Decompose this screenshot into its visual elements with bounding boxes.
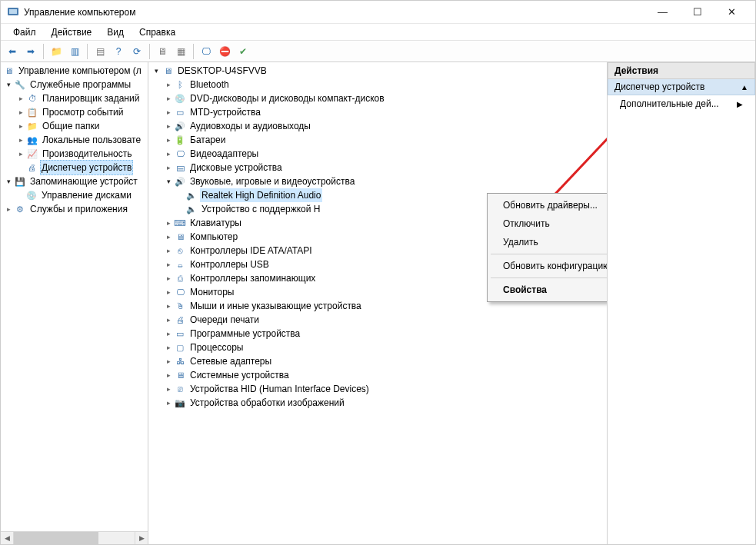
disk-icon: 🖴 <box>174 161 186 174</box>
scroll-left-button[interactable]: ◀ <box>1 532 14 545</box>
tree-label: Процессоры <box>188 341 245 354</box>
caret-right-icon[interactable]: ▸ <box>164 371 173 380</box>
caret-right-icon[interactable]: ▸ <box>164 329 173 338</box>
device-category[interactable]: ▸💿DVD-дисководы и дисководы компакт-диск… <box>148 91 607 105</box>
caret-right-icon[interactable]: ▸ <box>164 260 173 269</box>
tree-item[interactable]: ▸👥Локальные пользовате <box>1 133 148 147</box>
tree-item[interactable]: 💿Управление дисками <box>1 188 148 202</box>
caret-right-icon[interactable]: ▸ <box>164 232 173 241</box>
device-category[interactable]: ▸🔊Аудиовходы и аудиовыходы <box>148 119 607 133</box>
menu-file[interactable]: Файл <box>5 25 44 39</box>
tree-item-services[interactable]: ▸⚙Службы и приложения <box>1 202 148 216</box>
chevron-right-icon: ▶ <box>737 100 743 108</box>
caret-right-icon[interactable]: ▸ <box>16 149 25 158</box>
ctx-update-drivers[interactable]: Обновить драйверы... <box>489 196 608 214</box>
view-button[interactable]: ▦ <box>172 43 189 60</box>
caret-right-icon[interactable]: ▸ <box>164 163 173 172</box>
tree-item[interactable]: ▸📈Производительность <box>1 147 148 161</box>
caret-right-icon[interactable]: ▸ <box>164 343 173 352</box>
caret-down-icon[interactable]: ▾ <box>164 177 173 186</box>
tool-b-button[interactable]: ⛔ <box>216 43 233 60</box>
caret-right-icon[interactable]: ▸ <box>4 204 13 214</box>
menu-help[interactable]: Справка <box>132 25 183 39</box>
tree-item[interactable]: ▸📋Просмотр событий <box>1 105 148 119</box>
device-category[interactable]: ▸🖧Сетевые адаптеры <box>148 354 607 368</box>
caret-right-icon[interactable]: ▸ <box>164 121 173 131</box>
caret-right-icon[interactable]: ▸ <box>164 108 173 117</box>
menu-action[interactable]: Действие <box>44 25 100 39</box>
device-category[interactable]: ▸▢Процессоры <box>148 341 607 354</box>
help-button[interactable]: ? <box>110 43 127 60</box>
refresh-button[interactable]: ⟳ <box>128 43 145 60</box>
menu-view[interactable]: Вид <box>99 25 132 39</box>
device-category[interactable]: ▸🔋Батареи <box>148 133 607 147</box>
caret-down-icon[interactable]: ▾ <box>152 66 161 75</box>
speaker-icon: 🔈 <box>185 189 198 201</box>
caret-right-icon[interactable]: ▸ <box>16 108 25 117</box>
tree-label: Диспетчер устройств <box>40 160 133 175</box>
tree-label: Контроллеры USB <box>188 258 271 271</box>
device-category[interactable]: ▸▭Программные устройства <box>148 327 607 341</box>
maximize-button[interactable]: ☐ <box>680 1 714 24</box>
actions-section[interactable]: Диспетчер устройств ▲ <box>608 79 755 95</box>
caret-right-icon[interactable]: ▸ <box>164 357 173 366</box>
device-root[interactable]: ▾🖥DESKTOP-U4SFVVB <box>148 64 607 78</box>
device-category[interactable]: ▸▭MTD-устройства <box>148 105 607 119</box>
tree-item[interactable]: ▸⏱Планировщик заданий <box>1 91 148 105</box>
caret-right-icon[interactable]: ▸ <box>164 398 173 407</box>
actions-more-link[interactable]: Дополнительные дей... ▶ <box>608 95 755 112</box>
caret-right-icon[interactable]: ▸ <box>164 218 173 228</box>
caret-right-icon[interactable]: ▸ <box>16 135 25 145</box>
tool-a-button[interactable]: 🖵 <box>198 43 215 60</box>
scroll-right-button[interactable]: ▶ <box>135 532 148 545</box>
up-button[interactable]: 📁 <box>48 43 65 60</box>
properties-button[interactable]: ▤ <box>92 43 108 60</box>
close-button[interactable]: ✕ <box>714 1 749 24</box>
device-category[interactable]: ▸🖨Очереди печати <box>148 313 607 327</box>
minimize-button[interactable]: — <box>645 1 680 24</box>
device-mgr-icon: 🖨 <box>25 161 38 174</box>
caret-right-icon[interactable]: ▸ <box>16 121 25 131</box>
caret-right-icon[interactable]: ▸ <box>164 274 173 283</box>
device-category-sound[interactable]: ▾🔊Звуковые, игровые и видеоустройства <box>148 174 607 188</box>
horizontal-scrollbar[interactable]: ◀ ▶ <box>1 531 148 544</box>
caret-down-icon[interactable]: ▾ <box>4 80 13 89</box>
caret-right-icon[interactable]: ▸ <box>16 94 25 103</box>
caret-right-icon[interactable]: ▸ <box>164 94 173 103</box>
caret-right-icon[interactable]: ▸ <box>164 149 173 158</box>
caret-down-icon[interactable]: ▾ <box>4 177 13 186</box>
show-hide-button[interactable]: ▥ <box>66 43 83 60</box>
center-pane: ▾🖥DESKTOP-U4SFVVB ▸ᛒBluetooth ▸💿DVD-диск… <box>148 62 608 545</box>
caret-right-icon[interactable]: ▸ <box>164 315 173 324</box>
device-category[interactable]: ▸⎚Устройства HID (Human Interface Device… <box>148 382 607 396</box>
caret-right-icon[interactable]: ▸ <box>164 384 173 394</box>
scan-button[interactable]: 🖥 <box>154 43 171 60</box>
back-button[interactable]: ⬅ <box>4 43 21 60</box>
device-category[interactable]: ▸📷Устройства обработки изображений <box>148 396 607 410</box>
caret-right-icon[interactable]: ▸ <box>164 287 173 297</box>
tree-label: Мониторы <box>188 285 235 299</box>
tool-c-button[interactable]: ✔ <box>235 43 251 60</box>
ctx-properties[interactable]: Свойства <box>489 281 608 299</box>
scroll-thumb[interactable] <box>14 532 98 545</box>
device-category[interactable]: ▸ᛒBluetooth <box>148 78 607 91</box>
ctx-disable[interactable]: Отключить <box>489 214 608 233</box>
device-category[interactable]: ▸🖥Системные устройства <box>148 368 607 382</box>
tree-root[interactable]: 🖥 Управление компьютером (л <box>1 64 148 78</box>
caret-right-icon[interactable]: ▸ <box>164 80 173 89</box>
scroll-track[interactable] <box>14 532 135 545</box>
tree-group-storage[interactable]: ▾💾Запоминающие устройст <box>1 174 148 188</box>
device-category[interactable]: ▸🖵Видеоадаптеры <box>148 147 607 161</box>
imaging-icon: 📷 <box>174 397 186 409</box>
caret-right-icon[interactable]: ▸ <box>164 301 173 311</box>
tree-item[interactable]: ▸📁Общие папки <box>1 119 148 133</box>
caret-right-icon[interactable]: ▸ <box>164 246 173 255</box>
ctx-refresh-hw[interactable]: Обновить конфигурацию оборудования <box>489 257 608 275</box>
device-category[interactable]: ▸🖴Дисковые устройства <box>148 161 607 174</box>
ctx-remove[interactable]: Удалить <box>489 233 608 251</box>
forward-button[interactable]: ➡ <box>22 43 39 60</box>
tree-group-tools[interactable]: ▾ 🔧 Служебные программы <box>1 78 148 91</box>
caret-right-icon[interactable]: ▸ <box>164 135 173 145</box>
tree-label: Контроллеры запоминающих <box>188 271 317 285</box>
tree-item-device-manager[interactable]: 🖨Диспетчер устройств <box>1 161 148 174</box>
